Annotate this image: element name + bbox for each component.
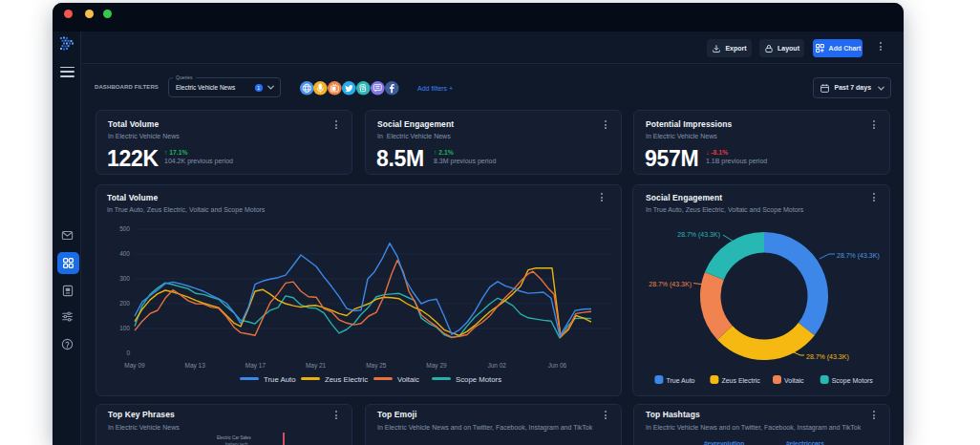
svg-text:0: 0: [126, 350, 130, 356]
svg-text:May 09: May 09: [124, 362, 145, 370]
svg-text:28.7% (43.3K): 28.7% (43.3K): [677, 231, 720, 239]
svg-text:200: 200: [119, 300, 130, 307]
svg-text:300: 300: [119, 275, 130, 282]
svg-text:True Auto: True Auto: [666, 377, 694, 384]
svg-text:May 21: May 21: [306, 362, 327, 370]
svg-text:400: 400: [119, 250, 130, 257]
svg-text:May 25: May 25: [366, 362, 387, 370]
svg-text:Voltaic: Voltaic: [784, 377, 804, 384]
svg-text:May 13: May 13: [185, 362, 206, 370]
svg-text:28.7% (43.3K): 28.7% (43.3K): [806, 353, 849, 361]
svg-text:True Auto: True Auto: [264, 375, 296, 384]
svg-text:Zeus Electric: Zeus Electric: [721, 377, 760, 384]
svg-text:Zeus Electric: Zeus Electric: [325, 375, 368, 384]
svg-text:28.7% (43.3K): 28.7% (43.3K): [837, 252, 880, 260]
svg-text:28.7% (43.3K): 28.7% (43.3K): [649, 281, 692, 288]
svg-text:May 29: May 29: [426, 362, 447, 370]
svg-text:Scope Motors: Scope Motors: [832, 377, 874, 385]
svg-text:Scope Motors: Scope Motors: [456, 375, 501, 384]
svg-text:500: 500: [119, 225, 130, 232]
svg-text:100: 100: [119, 325, 130, 331]
svg-text:Jun 02: Jun 02: [487, 362, 506, 369]
svg-text:May 17: May 17: [245, 362, 266, 370]
svg-text:Voltaic: Voltaic: [397, 375, 419, 384]
svg-text:Jun 06: Jun 06: [548, 362, 567, 369]
